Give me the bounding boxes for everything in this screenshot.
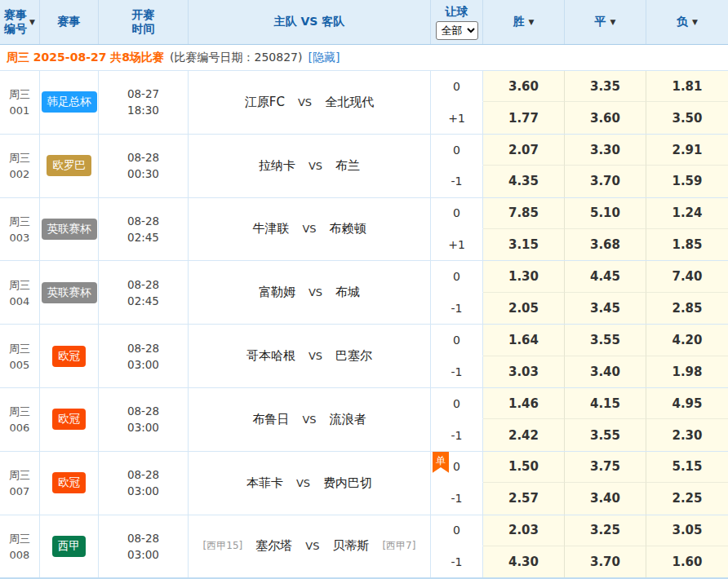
draw-odds[interactable]: 3.55 <box>565 325 646 356</box>
header-win[interactable]: 胜 ▼ <box>483 0 565 44</box>
draw-odds[interactable]: 3.40 <box>565 483 646 514</box>
lose-odds[interactable]: 2.85 <box>646 293 728 324</box>
win-odds[interactable]: 2.03 <box>483 515 565 546</box>
handicap-cell: -1 <box>431 419 483 450</box>
match-code-cell: 周三 006 <box>0 388 40 451</box>
league-badge: 西甲 <box>52 536 86 557</box>
handicap-value: 0 <box>453 206 460 219</box>
away-team: 全北现代 <box>325 95 374 110</box>
lose-odds[interactable]: 1.60 <box>646 546 728 577</box>
home-team: 哥本哈根 <box>246 348 295 364</box>
win-odds[interactable]: 3.15 <box>483 229 565 260</box>
win-odds[interactable]: 2.05 <box>483 293 565 324</box>
win-odds[interactable]: 1.77 <box>483 102 565 133</box>
draw-odds[interactable]: 3.55 <box>565 419 646 450</box>
header-handicap: 让球 全部 <box>431 0 483 44</box>
away-team: 布城 <box>335 285 360 300</box>
lose-odds[interactable]: 4.95 <box>646 388 728 419</box>
handicap-value: 0 <box>453 524 460 537</box>
odds-lines: 0 7.85 5.10 1.24 +1 3.15 3.68 1.85 <box>431 198 728 261</box>
match-date: 08-28 <box>127 214 159 228</box>
match-number: 007 <box>10 485 30 497</box>
match-row: 周三 007 欧冠 08-28 03:00 本菲卡 VS 费内巴切 单 0 1.… <box>0 452 728 515</box>
draw-odds[interactable]: 3.45 <box>565 293 646 324</box>
odds-line-primary: 0 1.64 3.55 4.20 <box>431 325 728 356</box>
lose-odds[interactable]: 1.98 <box>646 356 728 387</box>
odds-line-handicap: -1 2.42 3.55 2.30 <box>431 419 728 450</box>
match-code-cell: 周三 001 <box>0 71 40 134</box>
league-cell: 韩足总杯 <box>40 71 99 134</box>
win-odds[interactable]: 2.42 <box>483 419 565 450</box>
header-lose[interactable]: 负 ▼ <box>646 0 728 44</box>
table-header: 赛事 编号 ▼ 赛事 开赛 时间 主队 VS 客队 让球 全部 胜 ▼ <box>0 0 728 45</box>
lose-odds[interactable]: 2.91 <box>646 135 728 166</box>
league-badge: 英联赛杯 <box>42 282 97 303</box>
win-odds[interactable]: 2.07 <box>483 135 565 166</box>
draw-odds[interactable]: 4.45 <box>565 261 646 292</box>
hide-link[interactable]: [隐藏] <box>308 51 340 65</box>
header-match-number[interactable]: 赛事 编号 ▼ <box>0 0 40 44</box>
draw-odds[interactable]: 3.40 <box>565 356 646 387</box>
win-odds[interactable]: 1.46 <box>483 388 565 419</box>
draw-odds[interactable]: 3.30 <box>565 135 646 166</box>
win-odds[interactable]: 7.85 <box>483 198 565 229</box>
lose-odds[interactable]: 5.15 <box>646 452 728 483</box>
draw-odds[interactable]: 3.70 <box>565 546 646 577</box>
handicap-cell: 单 0 <box>431 452 483 483</box>
teams-cell: 拉纳卡 VS 布兰 <box>189 135 431 197</box>
match-date: 08-28 <box>127 278 159 291</box>
odds-line-handicap: -1 4.30 3.70 1.60 <box>431 546 728 577</box>
win-odds[interactable]: 4.30 <box>483 546 565 577</box>
odds-line-primary: 0 1.46 4.15 4.95 <box>431 388 728 419</box>
lose-odds[interactable]: 2.30 <box>646 419 728 450</box>
lose-odds[interactable]: 4.20 <box>646 325 728 356</box>
handicap-value: +1 <box>448 112 465 125</box>
draw-odds[interactable]: 3.60 <box>565 102 646 133</box>
match-time: 03:00 <box>127 421 159 434</box>
lose-odds[interactable]: 1.85 <box>646 229 728 260</box>
draw-odds[interactable]: 5.10 <box>565 198 646 229</box>
lose-odds[interactable]: 3.50 <box>646 102 728 133</box>
draw-odds[interactable]: 3.68 <box>565 229 646 260</box>
win-odds[interactable]: 4.35 <box>483 166 565 197</box>
lose-odds[interactable]: 1.24 <box>646 198 728 229</box>
lose-odds[interactable]: 3.05 <box>646 515 728 546</box>
lose-odds[interactable]: 7.40 <box>646 261 728 292</box>
sort-arrow-icon[interactable]: ▼ <box>29 19 35 26</box>
home-team: 富勒姆 <box>259 285 295 300</box>
lose-odds[interactable]: 1.59 <box>646 166 728 197</box>
lose-odds[interactable]: 1.81 <box>646 71 728 102</box>
sort-arrow-icon[interactable]: ▼ <box>692 19 698 26</box>
start-time-cell: 08-28 03:00 <box>99 388 189 451</box>
draw-odds[interactable]: 4.15 <box>565 388 646 419</box>
win-odds[interactable]: 2.57 <box>483 483 565 514</box>
sort-arrow-icon[interactable]: ▼ <box>529 19 535 26</box>
handicap-cell: 0 <box>431 261 483 292</box>
header-match-number-line1: 赛事 <box>4 8 27 22</box>
away-team: 费内巴切 <box>323 475 372 491</box>
win-odds[interactable]: 3.03 <box>483 356 565 387</box>
header-league: 赛事 <box>40 0 99 44</box>
match-weekday: 周三 <box>9 468 30 483</box>
draw-odds[interactable]: 3.75 <box>565 452 646 483</box>
win-odds[interactable]: 1.64 <box>483 325 565 356</box>
draw-odds[interactable]: 3.70 <box>565 166 646 197</box>
league-badge: 韩足总杯 <box>42 91 97 113</box>
header-draw[interactable]: 平 ▼ <box>565 0 646 44</box>
day-date-label: 周三 2025-08-27 共8场比赛 <box>7 51 164 65</box>
handicap-cell: +1 <box>431 229 483 260</box>
draw-odds[interactable]: 3.35 <box>565 71 646 102</box>
lose-odds[interactable]: 2.25 <box>646 483 728 514</box>
handicap-value: 0 <box>453 144 460 157</box>
draw-odds[interactable]: 3.25 <box>565 515 646 546</box>
sort-arrow-icon[interactable]: ▼ <box>610 19 616 26</box>
handicap-filter-select[interactable]: 全部 <box>436 21 478 40</box>
handicap-value: -1 <box>451 302 463 315</box>
match-time: 02:45 <box>127 231 159 244</box>
vs-separator: VS <box>309 160 322 172</box>
win-odds[interactable]: 1.50 <box>483 452 565 483</box>
win-odds[interactable]: 3.60 <box>483 71 565 102</box>
day-bar: 周三 2025-08-27 共8场比赛 (比赛编号日期：250827) [隐藏] <box>0 45 728 71</box>
header-time-line2: 时间 <box>132 22 155 36</box>
win-odds[interactable]: 1.30 <box>483 261 565 292</box>
